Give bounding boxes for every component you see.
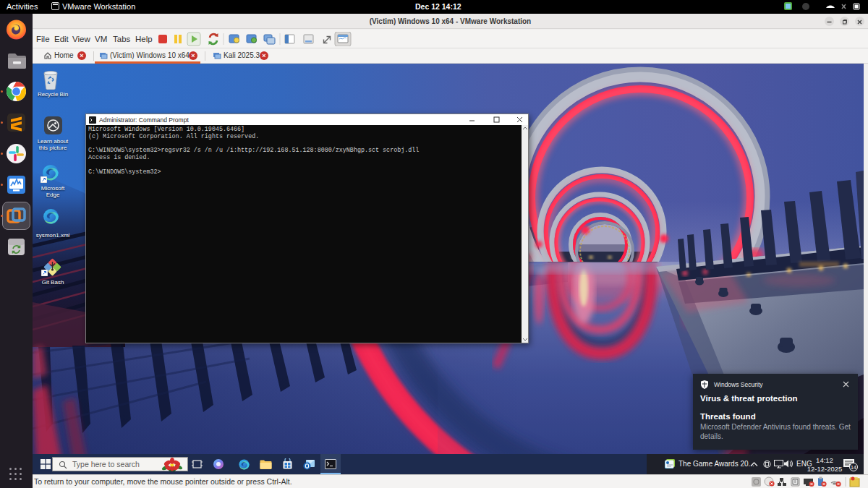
svg-text:14: 14	[851, 465, 856, 470]
